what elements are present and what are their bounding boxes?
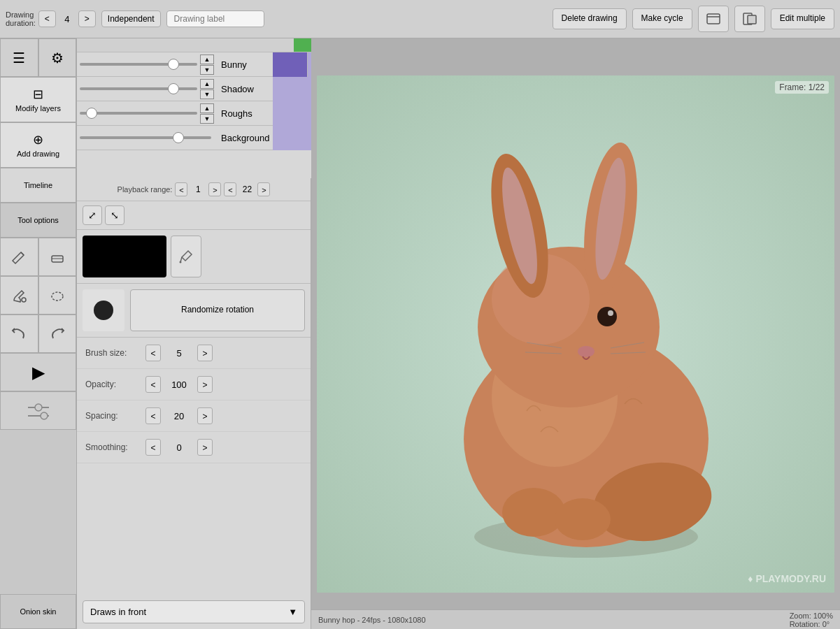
fill-tool-button[interactable] [0, 276, 38, 314]
duration-inc-button[interactable]: > [78, 10, 96, 27]
sidebar-top-row: ☰ ⚙ [0, 38, 76, 77]
dropdown-arrow-icon: ▼ [288, 607, 297, 617]
spacing-row: Spacing: < 20 > [77, 400, 311, 432]
draws-in-front-dropdown[interactable]: Draws in front ▼ [83, 600, 305, 623]
top-toolbar: Drawingduration: < 4 > Independent Delet… [0, 0, 840, 38]
brush-preview-section: Randomize rotation [77, 284, 311, 338]
opacity-row: Opacity: < 100 > [77, 369, 311, 400]
collapse-button[interactable]: ⤡ [105, 205, 124, 225]
shadow-opacity-slider[interactable] [80, 87, 197, 90]
opacity-dec[interactable]: < [145, 376, 161, 393]
end-val: 22 [239, 185, 255, 194]
layer-controls-bunny: ▲ ▼ [77, 55, 217, 75]
tool-row-2 [0, 276, 76, 314]
modify-layers-button[interactable]: ⊟ Modify layers [0, 77, 76, 122]
draws-section: Draws in front ▼ [77, 595, 311, 629]
draws-in-front-label: Draws in front [90, 607, 146, 617]
canvas-background: Frame: 1/22 ♦ PLAYMODY.RU [317, 75, 834, 593]
bunny-up-button[interactable]: ▲ [200, 55, 214, 64]
redo-button[interactable] [38, 314, 77, 353]
timeline-button[interactable]: Timeline [0, 168, 76, 203]
brush-preview [83, 289, 124, 331]
smoothing-inc[interactable]: > [197, 439, 213, 456]
roughs-layer-name: Roughs [217, 108, 273, 119]
randomize-rotation-button[interactable]: Randomize rotation [130, 289, 305, 331]
add-drawing-button[interactable]: ⊕ Add drawing [0, 122, 76, 168]
brush-tool-button[interactable] [0, 238, 38, 276]
tool-options-button[interactable]: Tool options [0, 203, 76, 238]
bunny-slider-thumb[interactable] [168, 59, 179, 70]
lasso-tool-button[interactable] [38, 276, 77, 314]
start-dec-button[interactable]: < [175, 182, 187, 196]
drawing-label-input[interactable] [166, 10, 264, 27]
canvas-area[interactable]: Frame: 1/22 ♦ PLAYMODY.RU [311, 38, 840, 629]
undo-redo-row [0, 314, 76, 353]
opacity-inc[interactable]: > [197, 376, 213, 393]
svg-rect-3 [748, 15, 756, 24]
slider-button[interactable] [0, 391, 76, 430]
onion-skin-button[interactable]: Onion skin [0, 594, 76, 629]
color-swatch[interactable] [83, 236, 166, 277]
brush-size-row: Brush size: < 5 > [77, 338, 311, 369]
duration-dec-button[interactable]: < [38, 10, 56, 27]
eraser-tool-button[interactable] [38, 238, 77, 276]
eyedropper-button[interactable] [171, 236, 201, 277]
end-inc-button[interactable]: > [257, 182, 270, 196]
svg-point-8 [52, 292, 63, 301]
brush-size-inc[interactable]: > [197, 345, 213, 361]
bunny-updown: ▲ ▼ [200, 55, 214, 75]
gear-button[interactable]: ⚙ [38, 38, 77, 77]
svg-point-29 [608, 310, 613, 316]
canvas-status-bar: Bunny hop - 24fps - 1080x1080 Zoom: 100%… [311, 609, 840, 629]
delete-drawing-button[interactable]: Delete drawing [553, 8, 627, 29]
svg-point-12 [41, 412, 48, 419]
svg-line-4 [21, 252, 24, 255]
playback-range: Playback range: < 1 > < 22 > [77, 178, 311, 201]
svg-point-21 [555, 498, 611, 540]
make-cycle-button[interactable]: Make cycle [632, 8, 692, 29]
canvas-image: Frame: 1/22 ♦ PLAYMODY.RU [317, 75, 834, 593]
roughs-down-button[interactable]: ▼ [200, 114, 214, 124]
smoothing-dec[interactable]: < [145, 439, 161, 456]
expand-button[interactable]: ⤢ [83, 205, 102, 225]
menu-button[interactable]: ☰ [0, 38, 38, 77]
shadow-slider-thumb[interactable] [168, 83, 179, 94]
canvas-status-text: Bunny hop - 24fps - 1080x1080 [318, 616, 426, 624]
spacing-label: Spacing: [85, 411, 141, 421]
svg-rect-0 [707, 14, 720, 24]
icon-btn-2[interactable] [734, 6, 765, 32]
roughs-slider-thumb[interactable] [86, 108, 97, 119]
undo-button[interactable] [0, 314, 38, 353]
layer-controls-roughs: ▲ ▼ [77, 103, 217, 124]
background-slider-thumb[interactable] [173, 132, 184, 143]
spacing-inc[interactable]: > [197, 407, 213, 424]
play-icon: ▶ [32, 363, 45, 382]
mode-select[interactable]: Independent [101, 10, 161, 27]
bunny-dark-cell[interactable] [273, 52, 308, 77]
brush-size-dec[interactable]: < [145, 345, 161, 361]
shadow-up-button[interactable]: ▲ [200, 79, 214, 89]
roughs-opacity-slider[interactable] [80, 112, 197, 115]
svg-point-14 [180, 261, 182, 263]
opacity-label: Opacity: [85, 379, 141, 389]
spacing-dec[interactable]: < [145, 407, 161, 424]
roughs-up-button[interactable]: ▲ [200, 103, 214, 113]
left-sidebar: ☰ ⚙ ⊟ Modify layers ⊕ Add drawing Timeli… [0, 38, 77, 629]
svg-point-30 [578, 346, 595, 357]
icon-btn-1[interactable] [698, 6, 729, 32]
end-dec-button[interactable]: < [224, 182, 236, 196]
smoothing-row: Smoothing: < 0 > [77, 432, 311, 463]
layer-controls-background [77, 136, 217, 139]
background-opacity-slider[interactable] [80, 136, 211, 139]
frame-label: Frame: 1/22 [775, 81, 829, 94]
bunny-opacity-slider[interactable] [80, 63, 197, 66]
shadow-down-button[interactable]: ▼ [200, 89, 214, 99]
play-button[interactable]: ▶ [0, 353, 76, 391]
bunny-down-button[interactable]: ▼ [200, 65, 214, 75]
playback-range-label: Playback range: [118, 185, 173, 194]
svg-point-28 [597, 307, 617, 326]
edit-multiple-button[interactable]: Edit multiple [771, 8, 834, 29]
start-inc-button[interactable]: > [208, 182, 221, 196]
zoom-info: Zoom: 100% Rotation: 0° [790, 612, 833, 628]
gear-icon: ⚙ [51, 50, 64, 66]
